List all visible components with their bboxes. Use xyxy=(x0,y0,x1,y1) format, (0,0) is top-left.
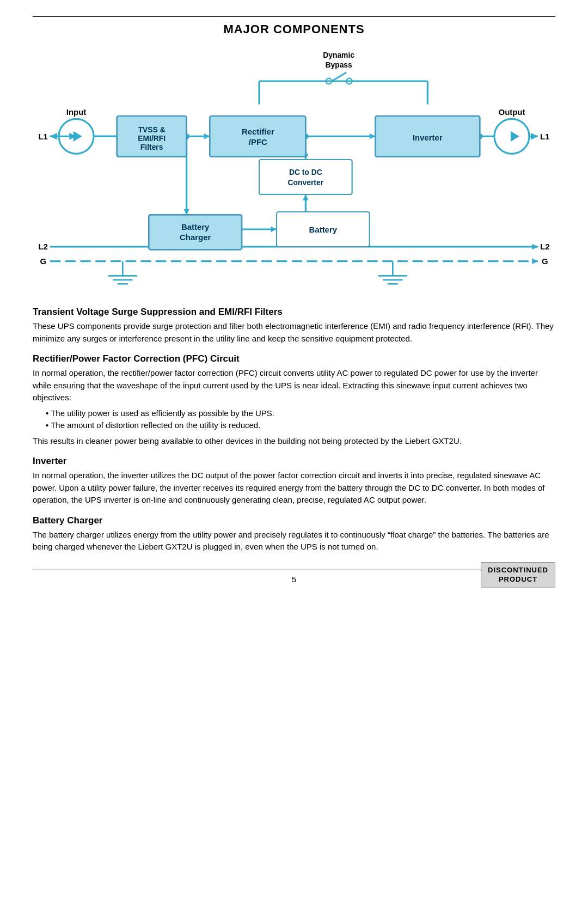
dynamic-bypass-line2: Bypass xyxy=(325,60,352,69)
inverter-section: Inverter In normal operation, the invert… xyxy=(33,456,555,507)
rectifier-box xyxy=(210,116,305,157)
page-number: 5 xyxy=(292,575,296,584)
switch-lever xyxy=(332,72,346,81)
inverter-heading: Inverter xyxy=(33,456,555,467)
dynamic-bypass-line1: Dynamic xyxy=(323,51,354,59)
tvss-heading: Transient Voltage Surge Suppression and … xyxy=(33,307,555,318)
tvss-label-1: TVSS & xyxy=(138,125,166,134)
battery-charger-heading: Battery Charger xyxy=(33,515,555,526)
rectifier-label-2: /PFC xyxy=(249,137,267,147)
g-left-text: G xyxy=(40,257,46,266)
inverter-para-0: In normal operation, the inverter utiliz… xyxy=(33,469,555,507)
dcdc-label-1: DC to DC xyxy=(289,168,322,176)
l2-right-text: L2 xyxy=(540,242,549,251)
rectifier-section: Rectifier/Power Factor Correction (PFC) … xyxy=(33,353,555,447)
l2-left-text: L2 xyxy=(38,242,47,251)
rect-to-inv-arrow xyxy=(370,133,376,139)
sections-container: Transient Voltage Surge Suppression and … xyxy=(33,307,555,553)
g-right-text: G xyxy=(542,257,548,266)
l1-left-text: L1 xyxy=(38,132,47,141)
tvss-para-0: These UPS components provide surge prote… xyxy=(33,320,555,345)
rectifier-after-bullets: This results in cleaner power being avai… xyxy=(33,435,555,448)
tvss-section: Transient Voltage Surge Suppression and … xyxy=(33,307,555,345)
rectifier-heading: Rectifier/Power Factor Correction (PFC) … xyxy=(33,353,555,364)
l1-right-text: L1 xyxy=(540,132,549,141)
battery-charger-label-2: Charger xyxy=(180,233,211,242)
tvss-to-rect-arrow xyxy=(204,133,210,139)
tvss-label-3: Filters xyxy=(140,143,163,151)
rectifier-bullet-1: The amount of distortion reflected on th… xyxy=(46,419,555,432)
battery-charger-para-0: The battery charger utilizes energy from… xyxy=(33,529,555,553)
bottom-bar: 5 Discontinued Product xyxy=(33,570,555,584)
charger-to-bat-arrow xyxy=(271,227,277,233)
input-text: Input xyxy=(66,107,86,117)
battery-charger-section: Battery Charger The battery charger util… xyxy=(33,515,555,553)
rectifier-bullet-0: The utility power is used as efficiently… xyxy=(46,407,555,420)
discontinued-badge: Discontinued Product xyxy=(481,562,555,588)
top-rule xyxy=(33,16,555,17)
l1-right-arrow xyxy=(531,133,538,140)
tvss-label-2: EMI/RFI xyxy=(138,134,166,143)
l2-arrow xyxy=(532,244,538,250)
output-text: Output xyxy=(499,107,525,117)
rectifier-para-0: In normal operation, the rectifier/power… xyxy=(33,367,555,404)
battery-charger-label-1: Battery xyxy=(181,222,210,231)
output-arrow xyxy=(511,131,519,142)
page-title: Major Components xyxy=(33,22,555,36)
discontinued-line1: Discontinued xyxy=(488,566,548,574)
circuit-diagram: TVSS & EMI/RFI Filters Rectifier /PFC In… xyxy=(33,46,555,290)
dcdc-box xyxy=(259,160,352,194)
dcdc-to-bat-arrow-up xyxy=(303,194,309,200)
rectifier-label-1: Rectifier xyxy=(242,127,274,136)
g-arrow xyxy=(532,258,538,264)
dcdc-label-2: Converter xyxy=(288,178,324,187)
rectifier-bullets: The utility power is used as efficiently… xyxy=(46,407,555,432)
battery-label: Battery xyxy=(309,225,338,234)
inverter-label: Inverter xyxy=(413,133,443,142)
tvss-to-charger-arrow xyxy=(183,209,189,215)
diagram-area: TVSS & EMI/RFI Filters Rectifier /PFC In… xyxy=(33,46,555,290)
discontinued-line2: Product xyxy=(499,575,537,583)
